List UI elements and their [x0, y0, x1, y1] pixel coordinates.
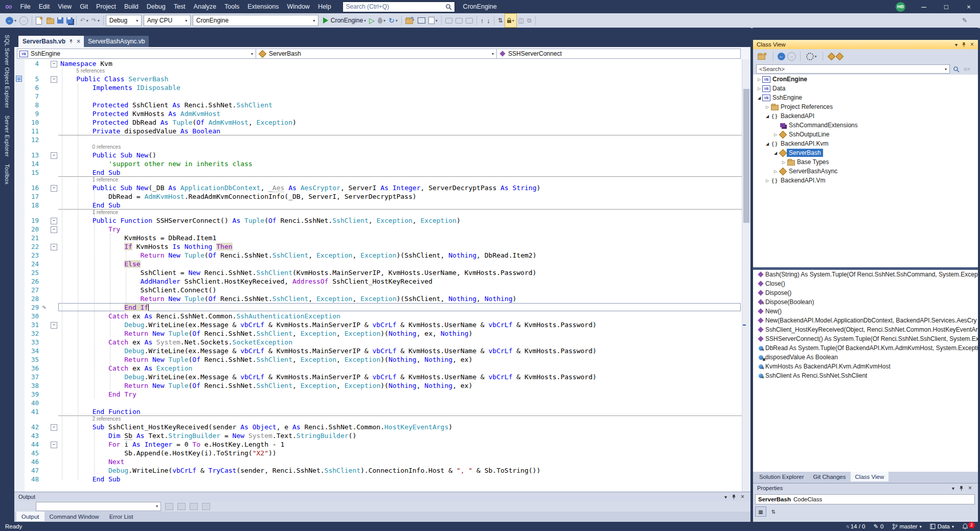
expander-closed-icon[interactable]: ▷: [772, 169, 779, 174]
avatar[interactable]: HB: [896, 2, 905, 12]
tree-item[interactable]: ◢VBSshEngine: [753, 93, 978, 102]
member-item[interactable]: ∗KvmHosts As BackendAPI.Kvm.AdmKvmHost: [753, 362, 978, 371]
search-icon[interactable]: [953, 66, 960, 73]
save-icon[interactable]: [56, 15, 65, 26]
code-line[interactable]: 14 'support other new in inherits class: [14, 159, 742, 168]
member-item[interactable]: New(): [753, 307, 978, 316]
menu-debug[interactable]: Debug: [143, 0, 170, 13]
classview-header[interactable]: Class View ▾ ×: [753, 40, 978, 49]
search-icon[interactable]: [445, 4, 452, 10]
menu-view[interactable]: View: [54, 0, 76, 13]
restart-app-icon[interactable]: ↻▾: [387, 15, 399, 26]
menu-test[interactable]: Test: [170, 0, 190, 13]
sidebar-tab-sql-server-object-explorer[interactable]: SQL Server Object Explorer: [4, 35, 10, 108]
expander-closed-icon[interactable]: ▷: [756, 86, 762, 91]
code-line[interactable]: 37 Debug.WriteLine(ex.Message & vbCrLf &…: [14, 373, 742, 381]
code-line[interactable]: 23 Return New Tuple(Of Renci.SshNet.SshC…: [14, 251, 742, 260]
new-comment-icon[interactable]: [444, 15, 454, 26]
git-branch-select[interactable]: master▾: [892, 523, 922, 530]
code-line[interactable]: 21 KvmHosts = DbRead.Item1: [14, 234, 742, 242]
fold-toggle-icon[interactable]: −: [51, 244, 57, 250]
member-item[interactable]: SSHServerConnect() As System.Tuple(Of Re…: [753, 334, 978, 343]
fold-toggle-icon[interactable]: −: [51, 185, 57, 192]
menu-tools[interactable]: Tools: [220, 0, 243, 13]
tree-item[interactable]: ▷VBData: [753, 84, 978, 93]
properties-header[interactable]: Properties ▾ ×: [753, 483, 978, 493]
maximize-button[interactable]: □: [935, 0, 958, 13]
tree-item[interactable]: ◢{ }BackendAPI.Kvm: [753, 139, 978, 148]
code-line[interactable]: 25 SshClient = New Renci.SshNet.SshClien…: [14, 268, 742, 277]
new-project-icon[interactable]: ✱: [34, 15, 45, 26]
expander-open-icon[interactable]: ◢: [764, 142, 770, 146]
repository-select[interactable]: Data▾: [930, 523, 954, 529]
classview-search-input[interactable]: <Search> ▾: [756, 64, 950, 74]
tree-item[interactable]: ▷Project References: [753, 102, 978, 111]
fold-toggle-icon[interactable]: −: [51, 226, 57, 233]
tree-item[interactable]: ▷VBCronEngine: [753, 75, 978, 84]
code-line[interactable]: 40: [14, 399, 742, 407]
code-line[interactable]: 41 End Function: [14, 407, 742, 416]
code-line[interactable]: 9 Protected KvmHosts As AdmKvmHost: [14, 109, 742, 118]
expander-closed-icon[interactable]: ▷: [772, 132, 779, 137]
navigate-down-icon[interactable]: ↓: [485, 15, 492, 26]
codelens-references[interactable]: 2 references: [93, 416, 121, 422]
notifications-bell[interactable]: 2: [962, 523, 975, 530]
code-line[interactable]: 35 Return New Tuple(Of Renci.SshNet.SshC…: [14, 355, 742, 364]
member-item[interactable]: ∗DbRead As System.Tuple(Of BackendAPI.Kv…: [753, 343, 978, 353]
search-input[interactable]: Search (Ctrl+Q): [343, 2, 455, 12]
codelens-references[interactable]: 0 references: [93, 144, 121, 150]
code-line[interactable]: 38 Return New Tuple(Of Renci.SshNet.SshC…: [14, 381, 742, 390]
startup-project-select[interactable]: CronEngine▾: [193, 15, 318, 26]
inheritance-margin-icon[interactable]: [16, 76, 22, 82]
solution-platform-select[interactable]: Any CPU▾: [144, 15, 191, 26]
find-message-icon[interactable]: [165, 503, 173, 510]
menu-extensions[interactable]: Extensions: [243, 0, 283, 13]
window-position-icon[interactable]: ▾: [955, 42, 958, 48]
member-item[interactable]: SshClient_HostKeyReceived(Object, Renci.…: [753, 325, 978, 334]
resolve-comment-icon[interactable]: [464, 15, 474, 26]
save-all-icon[interactable]: [65, 15, 74, 26]
expander-closed-icon[interactable]: ▷: [756, 77, 762, 82]
code-line[interactable]: 46 Next: [14, 457, 742, 466]
code-line[interactable]: 18 End Sub: [14, 201, 742, 210]
output-source-select[interactable]: ▾: [36, 502, 161, 511]
fold-toggle-icon[interactable]: −: [51, 322, 57, 329]
window-position-icon[interactable]: ▾: [952, 486, 954, 491]
expander-open-icon[interactable]: ◢: [764, 114, 770, 119]
fold-toggle-icon[interactable]: −: [51, 218, 57, 224]
forward-icon[interactable]: →: [787, 52, 796, 61]
align-icon[interactable]: ⇅: [496, 15, 505, 26]
undo-icon[interactable]: ↶▾: [79, 15, 90, 26]
close-button[interactable]: ×: [958, 0, 980, 13]
code-line[interactable]: 4−Namespace Kvm: [14, 59, 742, 68]
code-line[interactable]: 6 Implements IDisposable: [14, 83, 742, 92]
start-without-debugging-button[interactable]: ▷: [368, 15, 376, 26]
panel-tab-git-changes[interactable]: Git Changes: [809, 472, 851, 481]
code-line[interactable]: 42− Sub SshClient_HostKeyReceived(sender…: [14, 423, 742, 431]
hot-reload-icon[interactable]: ▾: [376, 15, 387, 26]
code-line[interactable]: 13− Public Sub New(): [14, 151, 742, 159]
code-line[interactable]: 15 End Sub: [14, 168, 742, 177]
code-line[interactable]: 26 AddHandler SshClient.HostKeyReceived,…: [14, 277, 742, 286]
navigate-up-icon[interactable]: ↑: [479, 15, 486, 26]
document-outline-icon[interactable]: ▾: [427, 15, 439, 26]
class-view-settings-icon[interactable]: ▾: [805, 51, 818, 62]
property-alphabetical-icon[interactable]: ⇅: [768, 506, 779, 517]
clear-all-icon[interactable]: [177, 503, 186, 510]
code-line[interactable]: 5− Public Class ServerBash: [14, 75, 742, 83]
fold-toggle-icon[interactable]: −: [51, 442, 57, 448]
property-categorized-icon[interactable]: ▦: [755, 506, 766, 517]
code-line[interactable]: 44− For i As Integer = 0 To e.HostKey.Le…: [14, 440, 742, 449]
fold-toggle-icon[interactable]: −: [51, 76, 57, 83]
code-line[interactable]: 11 Private disposedValue As Boolean: [14, 127, 742, 135]
code-line[interactable]: 8 Protected SshClient As Renci.SshNet.Ss…: [14, 101, 742, 109]
panel-tab-output[interactable]: Output: [16, 512, 44, 521]
window-position-icon[interactable]: ▾: [724, 494, 727, 500]
code-line[interactable]: 20− Try: [14, 225, 742, 234]
wrap-text-icon[interactable]: [190, 503, 198, 510]
redo-icon[interactable]: ↷▾: [90, 15, 101, 26]
scrollbar-thumb[interactable]: [743, 89, 749, 223]
frame-element-icon[interactable]: ◫: [517, 15, 526, 26]
lock-icon[interactable]: ▾: [505, 13, 517, 28]
document-tab[interactable]: ServerBashAsync.vb: [84, 36, 149, 47]
